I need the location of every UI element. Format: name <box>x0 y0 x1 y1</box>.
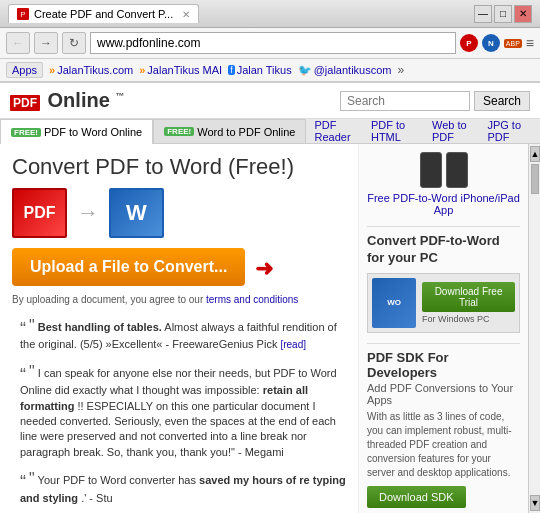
tab-pdf-label: PDF to Word Online <box>44 126 142 138</box>
testimonials: " Best handling of tables. Almost always… <box>12 315 346 506</box>
page-title: Convert PDF to Word (Free!) <box>12 154 346 180</box>
bookmark-jalantikus[interactable]: » JalanTikus.com <box>49 64 133 76</box>
browser-window: P Create PDF and Convert P... ✕ — □ ✕ ← … <box>0 0 540 513</box>
upload-section: Upload a File to Convert... ➜ <box>12 248 245 290</box>
scroll-track[interactable] <box>529 162 540 495</box>
download-trial-btn[interactable]: Download Free Trial <box>422 282 515 312</box>
product-title: Convert PDF-to-Word for your PC <box>367 233 520 267</box>
product-img: WO <box>372 278 416 328</box>
tab-word-badge: FREE! <box>164 127 194 136</box>
logo-pdf-icon: PDF Online ™ <box>10 89 124 112</box>
twitter-icon: 🐦 <box>298 64 312 77</box>
scroll-down-btn[interactable]: ▼ <box>530 495 540 511</box>
scroll-thumb[interactable] <box>531 164 539 194</box>
quote-icon-2: " <box>29 363 35 380</box>
testimonial-2: " I can speak for anyone else nor their … <box>12 361 346 460</box>
tab-favicon: P <box>17 8 29 20</box>
pdf-icon: PDF <box>12 188 67 238</box>
extensions: P N ABP <box>460 34 522 52</box>
bookmark-jalantikus-mai[interactable]: » JalanTikus MAI <box>139 64 222 76</box>
bookmark-arrow-2: » <box>139 64 145 76</box>
left-column: Convert PDF to Word (Free!) PDF → W Uplo… <box>0 144 358 513</box>
minimize-btn[interactable]: — <box>474 5 492 23</box>
header-search: Search <box>340 91 530 111</box>
testimonial-1-bold: Best handling of tables. <box>38 321 162 333</box>
scroll-up-btn[interactable]: ▲ <box>530 146 540 162</box>
logo-tm: ™ <box>115 91 124 101</box>
browser-tab[interactable]: P Create PDF and Convert P... ✕ <box>8 4 199 23</box>
quote-icon-3: " <box>29 470 35 487</box>
testimonial-3-text2: .' - Stu <box>81 492 112 504</box>
product-box: WO Download Free Trial For Windows PC <box>367 273 520 333</box>
address-bar[interactable] <box>90 32 456 54</box>
search-input[interactable] <box>340 91 470 111</box>
bookmarks-more[interactable]: » <box>398 63 405 77</box>
phone-icons <box>367 152 520 188</box>
scrollbar[interactable]: ▲ ▼ <box>528 144 540 513</box>
nav-pdf-reader[interactable]: PDF Reader <box>314 119 360 143</box>
product-actions: Download Free Trial For Windows PC <box>422 282 515 324</box>
phone-icon-2 <box>446 152 468 188</box>
bookmarks-bar: Apps » JalanTikus.com » JalanTikus MAI f… <box>0 59 540 82</box>
upload-btn[interactable]: Upload a File to Convert... <box>12 248 245 286</box>
terms-link[interactable]: terms and conditions <box>206 294 298 305</box>
terms-text: By uploading a document, you agree to ou… <box>12 294 346 305</box>
tab-pdf-badge: FREE! <box>11 128 41 137</box>
sdk-desc: With as little as 3 lines of code, you c… <box>367 410 520 480</box>
app-promo: Free PDF-to-Word iPhone/iPad App <box>367 152 520 216</box>
tab-close[interactable]: ✕ <box>182 9 190 20</box>
nav-jpg-to-pdf[interactable]: JPG to PDF <box>487 119 532 143</box>
close-btn[interactable]: ✕ <box>514 5 532 23</box>
nav-pdf-to-html[interactable]: PDF to HTML <box>371 119 422 143</box>
browser-toolbar: ← → ↻ P N ABP ≡ <box>0 28 540 59</box>
bookmark-arrow-1: » <box>49 64 55 76</box>
search-btn[interactable]: Search <box>474 91 530 111</box>
nav-web-to-pdf[interactable]: Web to PDF <box>432 119 477 143</box>
word-icon: W <box>109 188 164 238</box>
maximize-btn[interactable]: □ <box>494 5 512 23</box>
divider-1 <box>367 226 520 227</box>
nav-links: PDF Reader PDF to HTML Web to PDF JPG to… <box>306 119 540 143</box>
forward-btn[interactable]: → <box>34 32 58 54</box>
app-promo-text[interactable]: Free PDF-to-Word iPhone/iPad App <box>367 192 520 216</box>
upload-arrow-icon: ➜ <box>255 256 273 282</box>
tab-word-to-pdf[interactable]: FREE! Word to PDF Online <box>153 119 306 143</box>
for-windows-text: For Windows PC <box>422 314 515 324</box>
logo-online-text: Online <box>48 89 110 111</box>
ext-adblock-icon[interactable]: ABP <box>504 39 522 48</box>
download-sdk-btn[interactable]: Download SDK <box>367 486 466 508</box>
phone-icon-1 <box>420 152 442 188</box>
sdk-sub: Add PDF Conversions to Your Apps <box>367 382 520 406</box>
divider-2 <box>367 343 520 344</box>
bookmark-twitter[interactable]: 🐦 @jalantikuscom <box>298 64 392 77</box>
facebook-icon: f <box>228 65 235 75</box>
product-section: Convert PDF-to-Word for your PC WO Downl… <box>367 233 520 333</box>
ext-p-icon[interactable]: P <box>460 34 478 52</box>
ext-n-icon[interactable]: N <box>482 34 500 52</box>
tab-title: Create PDF and Convert P... <box>34 8 173 20</box>
arrow-divider: → <box>77 200 99 226</box>
apps-bookmark[interactable]: Apps <box>6 62 43 78</box>
right-column: Free PDF-to-Word iPhone/iPad App Convert… <box>358 144 528 513</box>
testimonial-3-text1: Your PDF to Word converter has <box>38 474 199 486</box>
site-logo: PDF Online ™ <box>10 89 124 112</box>
tab-word-label: Word to PDF Online <box>197 126 295 138</box>
main-layout: Convert PDF to Word (Free!) PDF → W Uplo… <box>0 144 540 513</box>
site-header: PDF Online ™ Search <box>0 83 540 119</box>
tab-pdf-to-word[interactable]: FREE! PDF to Word Online <box>0 119 153 144</box>
sdk-title: PDF SDK For Developers <box>367 350 520 380</box>
content-area: PDF Online ™ Search FREE! PDF to Word On… <box>0 82 540 513</box>
nav-bar: FREE! PDF to Word Online FREE! Word to P… <box>0 119 540 144</box>
back-btn[interactable]: ← <box>6 32 30 54</box>
testimonial-1-read[interactable]: [read] <box>280 339 306 350</box>
testimonial-1: " Best handling of tables. Almost always… <box>12 315 346 353</box>
quote-icon-1: " <box>29 317 35 334</box>
convert-icons-section: PDF → W <box>12 188 346 238</box>
title-bar: P Create PDF and Convert P... ✕ — □ ✕ <box>0 0 540 28</box>
refresh-btn[interactable]: ↻ <box>62 32 86 54</box>
bookmark-jalan-tikus-fb[interactable]: f Jalan Tikus <box>228 64 292 76</box>
testimonial-3: " Your PDF to Word converter has saved m… <box>12 468 346 506</box>
sdk-section: PDF SDK For Developers Add PDF Conversio… <box>367 350 520 508</box>
menu-icon[interactable]: ≡ <box>526 35 534 51</box>
